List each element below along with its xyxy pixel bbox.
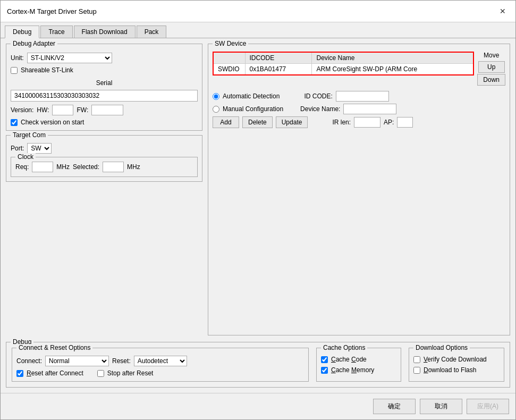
fw-value[interactable]: V2J35S7 <box>91 105 123 115</box>
device-name-label: Device Name: <box>300 105 340 113</box>
mhz-label2: MHz <box>127 163 140 171</box>
cancel-button[interactable]: 取消 <box>420 399 462 414</box>
table-row[interactable]: SWDIO 0x1BA01477 ARM CoreSight SW-DP (AR… <box>213 64 473 75</box>
shareable-checkbox[interactable] <box>11 67 18 74</box>
cache-options-group: Cache Options Cache Code Cache Memory <box>316 348 401 382</box>
td-port: SWDIO <box>213 64 245 75</box>
left-panel: Debug Adapter Unit: ST-LINK/V2 Shareable… <box>6 44 202 335</box>
ir-len-input[interactable] <box>354 117 380 128</box>
add-button[interactable]: Add <box>213 116 239 128</box>
up-button[interactable]: Up <box>478 61 505 73</box>
check-version-checkbox[interactable] <box>11 119 18 126</box>
title-bar: Cortex-M Target Driver Setup ✕ <box>1 1 515 22</box>
update-button[interactable]: Update <box>276 116 308 128</box>
reset-label: Reset: <box>112 357 131 365</box>
connect-row: Connect: Normal Reset: Autodetect <box>16 356 304 366</box>
target-com-group: Target Com Port: SW Clock Req: 10 MH <box>6 135 202 182</box>
ap-input[interactable]: 0 <box>397 117 413 128</box>
clock-row: Req: 10 MHz Selected: 0 MHz <box>15 162 193 172</box>
hw-label: HW: <box>37 106 49 114</box>
serial-label: Serial <box>11 79 198 87</box>
debug-section: Debug Connect & Reset Options Connect: N… <box>6 342 510 388</box>
unit-row: Unit: ST-LINK/V2 <box>11 53 198 63</box>
cache-memory-label: Cache Memory <box>331 366 374 374</box>
connect-label: Connect: <box>16 357 42 365</box>
version-row: Version: HW: V2 FW: V2J35S7 <box>11 105 198 115</box>
serial-section: Serial 341000063115303030303032 <box>11 79 198 102</box>
tab-debug[interactable]: Debug <box>5 26 39 38</box>
check-version-row: Check version on start <box>11 119 198 126</box>
ir-len-label: IR len: <box>332 119 351 126</box>
delete-button[interactable]: Delete <box>242 116 273 128</box>
clock-title: Clock <box>15 153 36 161</box>
port-select[interactable]: SW <box>27 143 52 154</box>
verify-code-checkbox[interactable] <box>413 356 420 363</box>
id-code-input[interactable] <box>336 91 389 102</box>
auto-detect-radio[interactable] <box>213 93 219 100</box>
move-label: Move <box>484 52 499 59</box>
port-row: Port: SW <box>11 143 198 154</box>
download-options-group: Download Options Verify Code Download Do… <box>409 348 504 382</box>
download-flash-label: Download to Flash <box>424 366 476 374</box>
mhz-label: MHz <box>56 163 70 171</box>
th-idcode: IDCODE <box>245 52 312 64</box>
reset-select[interactable]: Autodetect <box>134 356 187 366</box>
connect-reset-group: Connect & Reset Options Connect: Normal … <box>12 348 309 382</box>
cache-memory-checkbox[interactable] <box>321 367 328 374</box>
stop-after-reset-label: Stop after Reset <box>107 369 154 377</box>
manual-config-radio[interactable] <box>213 106 219 113</box>
cache-code-label: Cache Code <box>331 356 367 363</box>
apply-button[interactable]: 应用(A) <box>467 399 509 414</box>
dialog: Cortex-M Target Driver Setup ✕ Debug Tra… <box>0 0 516 420</box>
ap-label: AP: <box>384 119 394 126</box>
th-device-name: Device Name <box>312 52 473 64</box>
sw-table-wrapper: IDCODE Device Name SWDIO 0x1BA01477 ARM … <box>213 52 474 75</box>
debug-adapter-group: Debug Adapter Unit: ST-LINK/V2 Shareable… <box>6 44 202 131</box>
sw-device-group: SW Device IDCODE Device Name <box>208 44 510 335</box>
right-panel: SW Device IDCODE Device Name <box>208 44 510 335</box>
td-device-name: ARM CoreSight SW-DP (ARM Core <box>312 64 473 75</box>
main-content: Debug Adapter Unit: ST-LINK/V2 Shareable… <box>1 38 515 393</box>
auto-detect-label: Automatic Detection <box>223 93 280 100</box>
download-flash-row: Download to Flash <box>413 366 500 374</box>
hw-value[interactable]: V2 <box>52 105 73 115</box>
unit-select[interactable]: ST-LINK/V2 <box>27 53 112 63</box>
stop-after-reset-checkbox[interactable] <box>97 370 104 377</box>
reset-after-connect-checkbox[interactable] <box>16 370 23 377</box>
manual-config-row: Manual Configuration Device Name: <box>213 104 505 114</box>
manual-config-label: Manual Configuration <box>223 105 283 113</box>
ok-button[interactable]: 确定 <box>373 399 416 414</box>
tab-trace[interactable]: Trace <box>40 26 72 38</box>
move-buttons: Move Up Down <box>477 52 505 86</box>
id-code-label: ID CODE: <box>304 93 332 100</box>
req-value[interactable]: 10 <box>32 162 53 172</box>
device-name-input[interactable] <box>343 104 396 114</box>
shareable-label: Shareable ST-Link <box>21 66 73 74</box>
th-empty <box>213 52 245 64</box>
action-row: Add Delete Update IR len: AP: 0 <box>213 116 505 128</box>
down-button[interactable]: Down <box>477 74 505 86</box>
td-idcode: 0x1BA01477 <box>245 64 312 75</box>
version-label: Version: <box>11 106 33 114</box>
sw-device-table: IDCODE Device Name SWDIO 0x1BA01477 ARM … <box>213 52 474 75</box>
sw-device-title: SW Device <box>213 40 248 47</box>
selected-value[interactable]: 0 <box>103 162 124 172</box>
footer: 确定 取消 应用(A) <box>1 393 515 419</box>
tab-flash-download[interactable]: Flash Download <box>74 26 136 38</box>
verify-code-row: Verify Code Download <box>413 356 500 363</box>
serial-value: 341000063115303030303032 <box>11 90 198 102</box>
cache-code-row: Cache Code <box>321 356 396 363</box>
sw-table-area: IDCODE Device Name SWDIO 0x1BA01477 ARM … <box>213 52 505 86</box>
check-version-label: Check version on start <box>21 119 84 126</box>
debug-adapter-title: Debug Adapter <box>11 40 57 47</box>
download-flash-checkbox[interactable] <box>413 367 420 374</box>
req-label: Req: <box>15 163 29 171</box>
unit-label: Unit: <box>11 54 24 62</box>
close-button[interactable]: ✕ <box>496 5 509 18</box>
connect-reset-title: Connect & Reset Options <box>16 344 92 351</box>
auto-detect-row: Automatic Detection ID CODE: <box>213 91 505 102</box>
tab-pack[interactable]: Pack <box>137 26 167 38</box>
tab-bar: Debug Trace Flash Download Pack <box>1 22 515 38</box>
connect-select[interactable]: Normal <box>45 356 109 366</box>
cache-code-checkbox[interactable] <box>321 356 328 363</box>
